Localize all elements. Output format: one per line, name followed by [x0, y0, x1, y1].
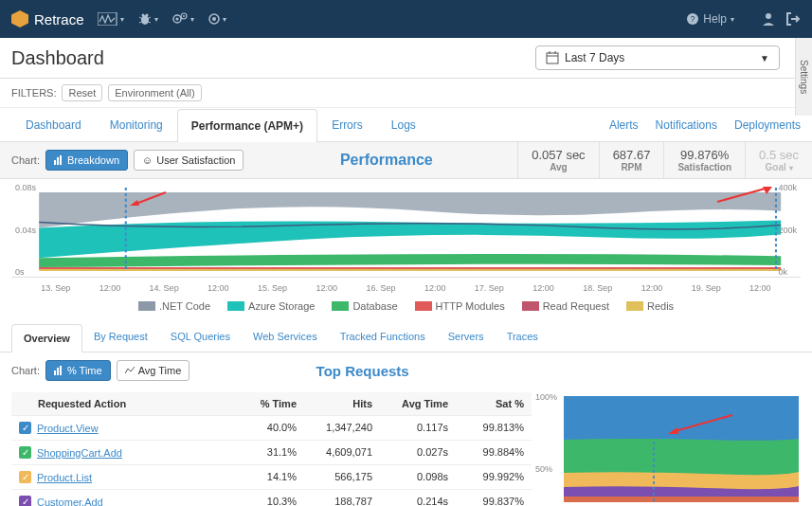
performance-title: Performance: [261, 152, 512, 169]
th-sat[interactable]: Sat %: [456, 392, 532, 415]
reset-filter-button[interactable]: Reset: [62, 84, 102, 101]
svg-point-11: [183, 15, 185, 17]
svg-rect-30: [54, 370, 56, 375]
row-checkbox[interactable]: ✓: [19, 496, 31, 506]
settings-dropdown[interactable]: ▾: [208, 12, 226, 26]
table-row[interactable]: ✓ShoppingCart.Add31.1%4,609,0710.027s99.…: [11, 441, 532, 465]
logo[interactable]: Retrace: [11, 10, 84, 27]
top-requests-title: Top Requests: [189, 357, 535, 385]
svg-rect-32: [60, 366, 62, 375]
subtab-sql[interactable]: SQL Queries: [159, 323, 242, 352]
mini-chart-svg: [535, 392, 801, 506]
subtab-by-request[interactable]: By Request: [82, 323, 159, 352]
action-link[interactable]: Customer.Add: [37, 497, 103, 507]
subtab-traces[interactable]: Traces: [496, 323, 550, 352]
svg-rect-31: [57, 368, 59, 375]
svg-point-6: [141, 14, 144, 17]
mini-chart-label: Chart:: [11, 365, 40, 376]
y-axis-left: 0.08s0.04s0s: [15, 183, 36, 277]
subtab-tracked[interactable]: Tracked Functions: [329, 323, 437, 352]
tab-logs[interactable]: Logs: [377, 108, 430, 141]
chart-svg: [11, 183, 801, 277]
tab-monitoring[interactable]: Monitoring: [96, 108, 177, 141]
bars-icon: [54, 155, 63, 165]
user-satisfaction-button[interactable]: ☺User Satisfaction: [134, 150, 244, 171]
th-avg[interactable]: Avg Time: [380, 392, 456, 415]
action-link[interactable]: Product.View: [37, 423, 99, 434]
tab-alerts[interactable]: Alerts: [609, 118, 639, 132]
svg-text:?: ?: [691, 14, 695, 24]
row-checkbox[interactable]: ✓: [19, 422, 31, 434]
tab-dashboard[interactable]: Dashboard: [11, 108, 96, 141]
calendar-icon: [546, 51, 559, 64]
logo-icon: [11, 10, 28, 27]
row-checkbox[interactable]: ✓: [19, 446, 31, 459]
subtab-servers[interactable]: Servers: [437, 323, 496, 352]
stat-rpm: 687.67RPM: [599, 142, 664, 178]
avg-time-button[interactable]: Avg Time: [117, 360, 190, 381]
th-hits[interactable]: Hits: [304, 392, 380, 415]
tab-notifications[interactable]: Notifications: [656, 118, 717, 132]
breakdown-button[interactable]: Breakdown: [45, 150, 128, 171]
chevron-down-icon: ▼: [760, 53, 769, 63]
action-link[interactable]: Product.List: [37, 472, 92, 483]
logout-icon[interactable]: [785, 11, 801, 27]
date-range-label: Last 7 Days: [565, 51, 624, 64]
subtab-overview[interactable]: Overview: [11, 324, 82, 352]
stat-satisfaction: 99.876%Satisfaction: [663, 142, 745, 178]
svg-point-16: [766, 13, 771, 19]
svg-point-9: [175, 18, 178, 21]
top-requests-chart[interactable]: 100%50%0% 13. Sep12:0014. Sep12:00: [535, 392, 801, 506]
main-tabs: Dashboard Monitoring Performance (APM+) …: [0, 108, 812, 142]
chart-toolbar: Chart: Breakdown ☺User Satisfaction Perf…: [0, 142, 812, 179]
table-row[interactable]: ✓Product.List14.1%566,1750.098s99.992%: [11, 465, 532, 490]
performance-chart[interactable]: 0.08s0.04s0s 400k200k0k: [11, 183, 801, 278]
th-pct[interactable]: % Time: [228, 392, 304, 415]
y-axis-right: 400k200k0k: [778, 183, 797, 277]
debug-dropdown[interactable]: ▾: [137, 12, 158, 26]
help-label: Help: [703, 12, 727, 26]
action-link[interactable]: ShoppingCart.Add: [37, 447, 122, 459]
environment-filter[interactable]: Environment (All): [108, 84, 201, 101]
help-icon: ?: [686, 12, 699, 26]
svg-rect-17: [547, 53, 558, 63]
smile-icon: ☺: [142, 154, 153, 166]
table-row[interactable]: ✓Customer.Add10.3%188,7870.214s99.837%: [11, 490, 532, 506]
legend-read[interactable]: Read Request: [522, 300, 609, 312]
stat-goal[interactable]: 0.5 secGoal ▾: [745, 142, 812, 178]
svg-rect-23: [60, 155, 62, 165]
legend-db[interactable]: Database: [332, 300, 397, 312]
legend-http[interactable]: HTTP Modules: [415, 300, 505, 312]
line-icon: [125, 366, 135, 375]
row-checkbox[interactable]: ✓: [19, 471, 31, 483]
page-header: Dashboard Last 7 Days ▼ Settings: [0, 38, 812, 79]
settings-sidebar-tab[interactable]: Settings: [795, 38, 812, 116]
chart-legend: .NET Code Azure Storage Database HTTP Mo…: [0, 295, 812, 317]
performance-chart-wrap: 0.08s0.04s0s 400k200k0k 13. Sep12:0014. …: [0, 183, 812, 295]
sub-tabs: Overview By Request SQL Queries Web Serv…: [0, 323, 812, 352]
legend-net[interactable]: .NET Code: [138, 300, 210, 312]
legend-azure[interactable]: Azure Storage: [227, 300, 315, 312]
tab-deployments[interactable]: Deployments: [734, 118, 801, 132]
overview-split: Requested Action % Time Hits Avg Time Sa…: [0, 389, 812, 506]
th-action[interactable]: Requested Action: [11, 392, 228, 415]
legend-redis[interactable]: Redis: [626, 300, 674, 312]
gears-icon: [171, 12, 189, 26]
svg-point-7: [145, 14, 148, 17]
pct-time-button[interactable]: % Time: [45, 360, 111, 381]
table-header: Requested Action % Time Hits Avg Time Sa…: [11, 392, 532, 416]
user-icon[interactable]: [761, 11, 776, 27]
chart-label: Chart:: [11, 154, 40, 166]
table-row[interactable]: ✓Product.View40.0%1,347,2400.117s99.813%: [11, 416, 532, 441]
help-button[interactable]: ? Help ▾: [686, 12, 734, 26]
date-range-picker[interactable]: Last 7 Days ▼: [535, 45, 780, 70]
services-dropdown[interactable]: ▾: [171, 12, 194, 26]
tab-performance[interactable]: Performance (APM+): [177, 109, 317, 142]
tab-errors[interactable]: Errors: [317, 108, 377, 141]
metrics-dropdown[interactable]: ▾: [98, 12, 124, 26]
subtab-web[interactable]: Web Services: [242, 323, 329, 352]
svg-rect-21: [54, 160, 56, 165]
logo-text: Retrace: [34, 11, 84, 27]
svg-line-5: [148, 22, 151, 23]
svg-line-4: [139, 22, 142, 23]
